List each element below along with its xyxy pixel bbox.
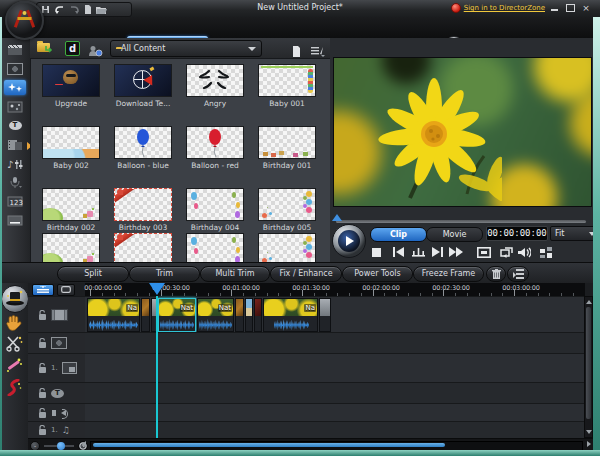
- jog-button[interactable]: [410, 246, 426, 258]
- timeline-clip[interactable]: Nat: [197, 298, 234, 332]
- delete-button[interactable]: [486, 266, 506, 282]
- chapter-room-icon[interactable]: 123: [4, 194, 26, 209]
- video-track-header[interactable]: [28, 296, 85, 332]
- clip-mode-button[interactable]: Clip: [370, 227, 427, 242]
- library-item-balloon-red[interactable]: Balloon - red: [181, 126, 249, 170]
- content-filter-dropdown[interactable]: All Content: [110, 40, 262, 57]
- library-item-birthday-002[interactable]: Birthday 002: [37, 188, 105, 232]
- preview-seek-bar[interactable]: [336, 220, 586, 223]
- new-project-icon[interactable]: [84, 5, 92, 14]
- power-tools-button[interactable]: Power Tools: [342, 266, 413, 282]
- send-to-timeline-button[interactable]: [507, 266, 529, 282]
- magic-fix-icon[interactable]: [5, 357, 23, 378]
- redo-icon[interactable]: [69, 5, 80, 14]
- next-frame-button[interactable]: [429, 246, 445, 258]
- timeline-clip[interactable]: Na: [263, 298, 318, 332]
- playhead-line[interactable]: [156, 296, 158, 438]
- timeline-view-button[interactable]: [32, 284, 54, 296]
- lock-icon[interactable]: [38, 338, 47, 348]
- library-item-birthday-004[interactable]: Birthday 004: [181, 188, 249, 232]
- snapshot-button[interactable]: [476, 246, 492, 258]
- library-item-partial[interactable]: [37, 233, 105, 264]
- horizontal-scrollbar-thumb[interactable]: [93, 443, 445, 447]
- vertical-scrollbar-thumb[interactable]: [586, 307, 591, 419]
- video-track[interactable]: Na Nat Nat Na: [85, 296, 584, 333]
- library-item-birthday-001[interactable]: Birthday 001: [253, 126, 321, 170]
- scroll-right-icon[interactable]: [587, 441, 591, 447]
- signin-directorzone-link[interactable]: Sign in to DirectorZone: [451, 3, 545, 13]
- library-item-baby-002[interactable]: Baby 002: [37, 126, 105, 170]
- scroll-left-icon[interactable]: [82, 441, 86, 447]
- voice-track[interactable]: [85, 403, 584, 422]
- open-project-icon[interactable]: [96, 5, 107, 14]
- library-item-birthday-003[interactable]: Birthday 003: [109, 188, 177, 232]
- drag-tool-icon[interactable]: [4, 314, 22, 335]
- magic-cut-icon[interactable]: [5, 335, 23, 356]
- preview-quality-button[interactable]: [538, 246, 554, 258]
- storyboard-view-button[interactable]: [57, 284, 75, 296]
- vertical-scrollbar[interactable]: [584, 296, 593, 438]
- timeline-clip[interactable]: [245, 298, 253, 332]
- directorzone-icon[interactable]: d: [65, 41, 80, 56]
- music-track-header[interactable]: 1. ♫: [28, 421, 85, 438]
- library-item-birthday-005[interactable]: Birthday 005: [253, 188, 321, 232]
- pip-track-header[interactable]: 1.: [28, 353, 85, 382]
- library-item-angry[interactable]: Angry: [181, 64, 249, 108]
- scroll-up-icon[interactable]: [586, 300, 592, 304]
- fast-forward-button[interactable]: [448, 246, 464, 258]
- magic-movie-wizard-icon[interactable]: [1, 285, 29, 313]
- previous-frame-button[interactable]: [390, 246, 406, 258]
- timeline-clip[interactable]: [254, 298, 262, 332]
- freeze-frame-button[interactable]: Freeze Frame: [413, 266, 484, 282]
- timeline-clip[interactable]: [319, 298, 331, 332]
- particle-room-icon[interactable]: [4, 99, 26, 114]
- library-item-partial[interactable]: [109, 233, 177, 264]
- fix-enhance-button[interactable]: Fix / Enhance: [270, 266, 342, 282]
- pip-objects-room-icon[interactable]: [4, 80, 26, 95]
- effect-track[interactable]: [85, 332, 584, 354]
- play-button[interactable]: [332, 224, 366, 258]
- library-item-partial[interactable]: [181, 233, 249, 264]
- lock-icon[interactable]: [38, 310, 47, 320]
- multi-trim-button[interactable]: Multi Trim: [200, 266, 270, 282]
- music-track[interactable]: [85, 421, 584, 439]
- dual-preview-button[interactable]: [498, 246, 514, 258]
- scroll-down-icon[interactable]: [586, 430, 592, 434]
- timeline-clip[interactable]: [235, 298, 244, 332]
- undo-icon[interactable]: [54, 5, 65, 14]
- zoom-slider-thumb[interactable]: [57, 442, 65, 450]
- trim-button[interactable]: Trim: [129, 266, 200, 282]
- voice-track-header[interactable]: [28, 403, 85, 421]
- movie-mode-button[interactable]: Movie: [426, 227, 483, 242]
- close-button[interactable]: ×: [580, 3, 592, 13]
- title-track-header[interactable]: T: [28, 382, 85, 403]
- lock-icon[interactable]: [38, 425, 47, 435]
- media-room-icon[interactable]: [4, 42, 26, 57]
- library-item-download-templates[interactable]: Download Te...: [109, 64, 177, 108]
- volume-button[interactable]: [516, 246, 532, 258]
- title-track[interactable]: [85, 382, 584, 404]
- library-item-partial[interactable]: [253, 233, 321, 264]
- lock-icon[interactable]: [38, 388, 47, 398]
- timecode-display[interactable]: 00:00:00:00: [486, 226, 548, 241]
- timeline-clip[interactable]: [141, 298, 150, 332]
- preview-seek-thumb[interactable]: [332, 214, 342, 221]
- import-media-icon[interactable]: [37, 43, 50, 52]
- minimize-button[interactable]: [548, 3, 560, 13]
- maximize-button[interactable]: [564, 3, 576, 13]
- lock-icon[interactable]: [38, 363, 47, 373]
- magic-style-icon[interactable]: [5, 379, 23, 400]
- voiceover-room-icon[interactable]: [4, 175, 26, 190]
- pip-track[interactable]: [85, 353, 584, 383]
- effect-track-header[interactable]: [28, 332, 85, 353]
- transition-room-icon[interactable]: [4, 137, 26, 152]
- library-item-upgrade[interactable]: Upgrade: [37, 64, 105, 108]
- library-item-baby-001[interactable]: Baby 001: [253, 64, 321, 108]
- effect-room-icon[interactable]: [4, 61, 26, 76]
- split-button[interactable]: Split: [57, 266, 129, 282]
- zoom-slider[interactable]: [44, 445, 74, 447]
- library-item-balloon-blue[interactable]: Balloon - blue: [109, 126, 177, 170]
- audio-mixing-room-icon[interactable]: ♪: [4, 156, 26, 171]
- lock-icon[interactable]: [38, 408, 47, 418]
- timeline-clip-selected[interactable]: Nat: [158, 298, 196, 332]
